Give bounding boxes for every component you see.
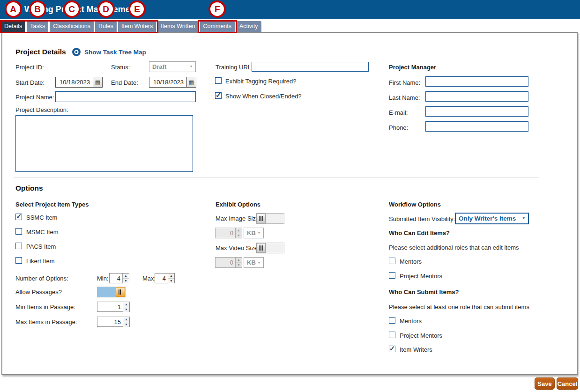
max-video-size-label: Max Video Size: [216, 244, 258, 251]
min-items-value[interactable]: 1: [97, 302, 123, 311]
spin-down-icon[interactable]: ▼: [123, 322, 129, 327]
edit-project-mentors-checkbox[interactable]: [389, 272, 395, 279]
spin-up-icon: ▲: [236, 228, 242, 233]
ssmc-item-label: SSMC Item: [26, 214, 57, 221]
status-label: Status:: [111, 64, 130, 71]
max-image-unit-value: KB: [244, 229, 257, 237]
options-heading: Options: [15, 184, 43, 192]
eye-icon: [72, 47, 81, 59]
spin-up-icon[interactable]: ▲: [123, 317, 129, 322]
submit-mentors-checkbox[interactable]: [389, 317, 395, 324]
tab-activity[interactable]: Activity: [236, 21, 261, 32]
who-can-submit-heading: Who Can Submit Items?: [389, 288, 459, 296]
phone-label: Phone:: [389, 124, 408, 131]
project-name-label: Project Name:: [15, 94, 54, 101]
spin-up-icon[interactable]: ▲: [123, 274, 129, 279]
annotation-circle-d: D: [97, 0, 115, 18]
toggle-handle[interactable]: [256, 243, 266, 253]
max-options-value[interactable]: 4: [155, 274, 168, 283]
who-can-edit-hint: Please select additional roles that can …: [389, 244, 519, 251]
check-icon: ✓: [216, 91, 222, 99]
max-items-stepper[interactable]: 15 ▲▼: [97, 317, 130, 327]
submit-mentors-label: Mentors: [400, 318, 422, 325]
calendar-icon[interactable]: ▦: [186, 77, 196, 87]
min-items-stepper[interactable]: 1 ▲▼: [97, 302, 130, 312]
ssmc-item-checkbox[interactable]: ✓: [15, 214, 22, 220]
spin-up-icon[interactable]: ▲: [123, 302, 129, 307]
app-window: Item Writing Project Management Details …: [0, 0, 580, 392]
status-combobox: Draft ▼: [149, 61, 196, 72]
likert-item-checkbox[interactable]: [15, 257, 22, 264]
toggle-handle[interactable]: [116, 287, 125, 297]
max-video-size-value: 0: [216, 258, 235, 267]
show-when-closed-checkbox[interactable]: ✓: [215, 92, 222, 99]
max-options-stepper[interactable]: 4 ▲▼: [155, 273, 175, 283]
cancel-button[interactable]: Cancel: [557, 377, 578, 390]
submit-project-mentors-label: Project Mentors: [400, 332, 442, 339]
exhibit-options-heading: Exhibit Options: [216, 201, 260, 208]
project-manager-heading: Project Manager: [389, 64, 436, 71]
max-image-size-toggle[interactable]: [256, 213, 284, 224]
start-date-picker[interactable]: 10/18/2023 ▦: [55, 77, 103, 88]
spin-down-icon[interactable]: ▼: [168, 279, 174, 283]
spin-up-icon: ▲: [236, 258, 242, 263]
edit-mentors-checkbox[interactable]: [389, 258, 395, 264]
last-name-input[interactable]: [425, 91, 528, 102]
max-image-unit-combobox: KB ▼: [244, 228, 264, 238]
toggle-handle[interactable]: [256, 214, 266, 223]
submitted-item-visibility-combobox[interactable]: Only Writer's Items ▼: [455, 213, 529, 224]
gripper-icon: [259, 245, 263, 251]
spin-down-icon[interactable]: ▼: [123, 279, 129, 283]
item-types-heading: Select Project Item Types: [15, 201, 89, 208]
check-icon: ✓: [16, 212, 22, 221]
min-options-stepper[interactable]: 4 ▲▼: [109, 273, 129, 283]
training-url-label: Training URL:: [216, 64, 253, 71]
submitted-item-visibility-label: Submitted Item Visibility:: [389, 215, 455, 222]
max-video-size-toggle[interactable]: [256, 243, 284, 253]
min-items-in-passage-label: Min Items in Passage:: [15, 303, 75, 311]
start-date-value[interactable]: 10/18/2023: [56, 77, 93, 87]
phone-input[interactable]: [425, 121, 528, 132]
spin-down-icon[interactable]: ▼: [123, 307, 129, 312]
allow-passages-label: Allow Passages?: [15, 288, 62, 296]
min-options-value[interactable]: 4: [110, 274, 122, 283]
annotation-box-tabs-a-e: [0, 20, 158, 33]
section-divider: [14, 178, 539, 178]
end-date-label: End Date:: [111, 79, 138, 86]
max-items-value[interactable]: 15: [97, 317, 123, 326]
chevron-down-icon: ▼: [189, 65, 195, 68]
save-button[interactable]: Save: [535, 377, 555, 390]
submit-item-writers-checkbox[interactable]: ✓: [389, 346, 395, 352]
chevron-down-icon: ▼: [257, 261, 263, 264]
end-date-picker[interactable]: 10/18/2023 ▦: [149, 77, 196, 88]
submitted-item-visibility-value[interactable]: Only Writer's Items: [456, 215, 522, 222]
project-name-input[interactable]: [55, 91, 196, 102]
show-task-tree-map-link[interactable]: Show Task Tree Map: [84, 49, 146, 56]
tab-items-written[interactable]: Items Written: [157, 21, 198, 32]
exhibit-tagging-label: Exhibit Tagging Required?: [225, 78, 297, 85]
msmc-item-label: MSMC Item: [26, 229, 59, 236]
msmc-item-checkbox[interactable]: [15, 228, 22, 235]
gripper-icon: [259, 216, 263, 221]
calendar-icon[interactable]: ▦: [93, 77, 102, 87]
project-description-textarea[interactable]: [15, 115, 193, 172]
spin-up-icon[interactable]: ▲: [168, 274, 174, 279]
max-video-unit-combobox: KB ▼: [244, 257, 264, 268]
email-input[interactable]: [425, 106, 528, 117]
max-image-size-label: Max Image Size: [216, 215, 259, 222]
status-value: Draft: [149, 63, 189, 70]
end-date-value[interactable]: 10/18/2023: [149, 77, 186, 87]
submit-project-mentors-checkbox[interactable]: [389, 332, 395, 338]
pacs-item-label: PACS Item: [26, 243, 56, 250]
number-of-options-label: Number of Options:: [15, 275, 68, 282]
spin-down-icon: ▼: [236, 263, 242, 267]
max-image-size-value: 0: [216, 228, 235, 238]
annotation-circle-a: A: [5, 0, 22, 18]
training-url-input[interactable]: [252, 62, 369, 72]
first-name-label: First Name:: [389, 79, 420, 86]
allow-passages-toggle[interactable]: [97, 287, 126, 297]
chevron-down-icon[interactable]: ▼: [522, 217, 528, 220]
first-name-input[interactable]: [425, 76, 528, 87]
pacs-item-checkbox[interactable]: [15, 243, 22, 249]
exhibit-tagging-checkbox[interactable]: [215, 77, 222, 84]
